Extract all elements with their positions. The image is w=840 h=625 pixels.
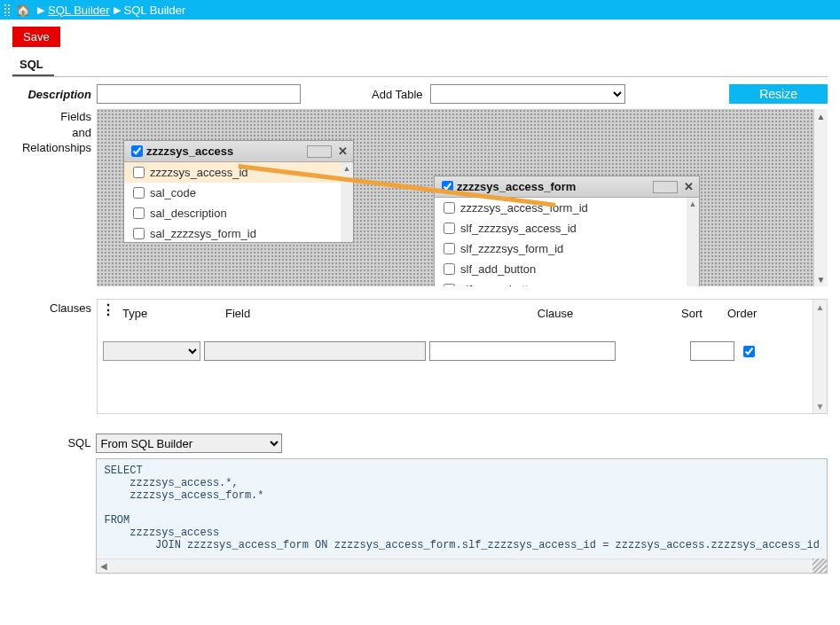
sql-label: SQL (12, 434, 96, 451)
table-resize-handle[interactable] (653, 181, 678, 193)
clause-order-input[interactable] (690, 341, 734, 361)
field-checkbox[interactable] (133, 207, 145, 219)
col-type: Type (122, 307, 222, 320)
home-icon[interactable]: 🏠 (16, 4, 30, 17)
field-checkbox[interactable] (444, 223, 455, 234)
description-input[interactable] (97, 84, 301, 104)
field-row[interactable]: slf_zzzzsys_form_id (435, 238, 699, 259)
close-icon[interactable]: ✕ (335, 145, 349, 158)
col-field: Field (225, 307, 445, 320)
sql-h-scrollbar[interactable]: ◀▶ (97, 559, 827, 573)
description-label: Description (12, 88, 97, 101)
field-row[interactable]: sal_zzzzsys_form_id (124, 223, 353, 242)
clauses-scrollbar[interactable]: ▲ ▼ (813, 300, 827, 413)
clause-type-select[interactable] (103, 341, 200, 361)
field-checkbox[interactable] (444, 263, 455, 275)
canvas-scrollbar[interactable]: ▲ ▼ (813, 109, 828, 286)
table-select-all-checkbox[interactable] (131, 145, 143, 157)
field-checkbox[interactable] (444, 202, 455, 214)
close-icon[interactable]: ✕ (681, 180, 695, 193)
clauses-panel: ⋮ Type Field Clause Sort Order ▲ ▼ (97, 299, 828, 414)
clause-field-input[interactable] (204, 341, 426, 361)
breadcrumb-current: SQL Builder (124, 4, 186, 17)
clauses-header-row: Type Field Clause Sort Order (103, 305, 821, 325)
breadcrumb-link[interactable]: SQL Builder (48, 4, 110, 17)
fields-rel-label: Fields and Relationships (12, 109, 97, 286)
table-title: zzzzsys_access_form (457, 180, 576, 193)
resize-button[interactable]: Resize (729, 84, 828, 104)
menu-grip-icon[interactable] (4, 4, 11, 16)
field-row[interactable]: slf_save_button (435, 279, 699, 286)
add-table-select[interactable] (430, 84, 625, 104)
field-checkbox[interactable] (444, 284, 455, 286)
breadcrumb-bar: 🏠 ▶ SQL Builder ▶ SQL Builder (0, 0, 840, 20)
clause-row (103, 341, 821, 361)
drag-handle-icon[interactable]: ⋮ (101, 301, 115, 318)
field-row[interactable]: zzzzsys_access_form_id (435, 198, 699, 218)
add-table-label: Add Table (372, 88, 423, 101)
clauses-label: Clauses (12, 299, 97, 414)
field-row[interactable]: slf_zzzzsys_access_id (435, 218, 699, 238)
col-order: Order (727, 307, 782, 320)
tab-row: SQL (12, 56, 828, 77)
sql-source-select[interactable]: From SQL Builder (96, 434, 282, 453)
tab-sql[interactable]: SQL (12, 56, 54, 76)
clause-checkbox[interactable] (743, 346, 755, 357)
field-row[interactable]: sal_code (124, 183, 353, 203)
field-checkbox[interactable] (133, 187, 145, 199)
clause-clause-input[interactable] (429, 341, 616, 361)
relationship-canvas[interactable]: zzzzsys_access ✕ zzzzsys_access_id sal_c… (97, 109, 828, 286)
field-row[interactable]: zzzzsys_access_id (124, 162, 353, 183)
table-title: zzzzsys_access (146, 145, 233, 158)
col-sort: Sort (656, 307, 727, 320)
field-checkbox[interactable] (133, 228, 145, 239)
field-checkbox[interactable] (133, 167, 145, 178)
table-scrollbar[interactable]: ▲ (341, 162, 353, 242)
table-resize-handle[interactable] (307, 145, 332, 158)
table-zzzzsys_access_form[interactable]: zzzzsys_access_form ✕ zzzzsys_access_for… (434, 176, 700, 286)
sql-textarea[interactable]: SELECT zzzzsys_access.*, zzzzsys_access_… (96, 458, 828, 574)
resize-grip-icon[interactable] (813, 559, 827, 573)
table-zzzzsys_access[interactable]: zzzzsys_access ✕ zzzzsys_access_id sal_c… (123, 140, 354, 243)
col-clause: Clause (454, 307, 656, 320)
sql-text-content: SELECT zzzzsys_access.*, zzzzsys_access_… (97, 459, 827, 557)
field-row[interactable]: slf_add_button (435, 259, 699, 279)
table-scrollbar[interactable]: ▲ (687, 198, 699, 286)
table-select-all-checkbox[interactable] (442, 181, 453, 192)
field-checkbox[interactable] (444, 243, 455, 254)
field-row[interactable]: sal_description (124, 203, 353, 223)
save-button[interactable]: Save (12, 27, 60, 47)
